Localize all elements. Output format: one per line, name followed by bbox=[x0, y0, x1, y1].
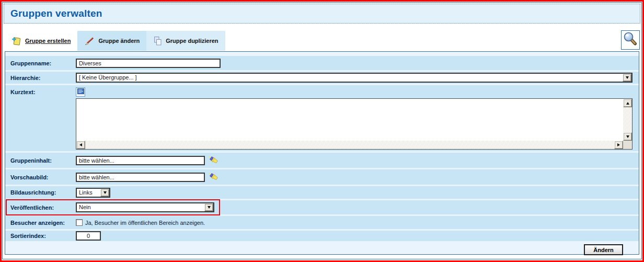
row-veroeffentlichen: Veröffentlichen: Nein bbox=[5, 200, 639, 214]
row-besucher-anzeigen: Besucher anzeigen: Ja, Besucher im öffen… bbox=[5, 216, 639, 229]
row-vorschaubild: Vorschaubild: bbox=[5, 169, 639, 185]
row-kurztext: Kurztext: bbox=[5, 85, 639, 151]
besucher-anzeigen-label: Besucher anzeigen: bbox=[5, 220, 76, 226]
edit-pencil-icon bbox=[84, 37, 95, 45]
hierarchie-select[interactable]: [ Keine Übergruppe... ] bbox=[76, 73, 632, 83]
search-button[interactable] bbox=[621, 30, 640, 50]
kurztext-textarea[interactable] bbox=[76, 98, 632, 150]
tab-bar: Gruppe erstellen Gruppe ändern bbox=[4, 31, 225, 51]
arrow-right-icon bbox=[617, 143, 620, 146]
chevron-down-icon bbox=[104, 191, 107, 194]
bildausrichtung-label: Bildausrichtung: bbox=[5, 189, 76, 196]
hierarchie-label: Hierarchie: bbox=[5, 75, 76, 81]
form-footer: Ändern bbox=[5, 243, 639, 255]
scroll-up-button[interactable] bbox=[623, 99, 632, 107]
editor-toggle-button[interactable] bbox=[76, 87, 85, 97]
arrow-up-icon bbox=[626, 102, 629, 105]
veroeffentlichen-label: Veröffentlichen: bbox=[5, 204, 76, 211]
tab-label: Gruppe ändern bbox=[98, 38, 140, 44]
horizontal-scrollbar[interactable] bbox=[76, 141, 623, 149]
besucher-anzeigen-checkbox[interactable] bbox=[76, 219, 83, 226]
chevron-down-icon bbox=[626, 76, 629, 79]
kurztext-field-area bbox=[76, 85, 632, 150]
arrow-down-icon bbox=[626, 135, 629, 138]
gruppenname-label: Gruppenname: bbox=[5, 60, 76, 66]
veroeffentlichen-selected-value: Nein bbox=[77, 203, 204, 211]
row-sortierindex: Sortierindex: bbox=[5, 231, 639, 241]
magnifier-icon bbox=[623, 31, 638, 49]
bildausrichtung-select[interactable]: Links bbox=[76, 188, 110, 198]
gruppeninhalt-input[interactable] bbox=[76, 156, 205, 165]
tab-gruppe-aendern[interactable]: Gruppe ändern bbox=[77, 31, 146, 51]
page-title: Gruppen verwalten bbox=[10, 8, 102, 19]
duplicate-pages-icon bbox=[153, 36, 162, 46]
dropdown-arrow-button[interactable] bbox=[204, 203, 213, 211]
browse-flashlight-icon[interactable] bbox=[208, 155, 220, 166]
scroll-left-button[interactable] bbox=[76, 141, 85, 149]
bildausrichtung-selected-value: Links bbox=[77, 189, 100, 197]
dropdown-arrow-button[interactable] bbox=[623, 74, 631, 82]
chevron-down-icon bbox=[208, 206, 211, 209]
browse-flashlight-icon[interactable] bbox=[208, 172, 220, 183]
row-bildausrichtung: Bildausrichtung: Links bbox=[5, 186, 639, 199]
page-title-bar: Gruppen verwalten bbox=[4, 4, 640, 24]
scroll-down-button[interactable] bbox=[623, 132, 632, 141]
scroll-right-button[interactable] bbox=[614, 141, 623, 149]
hierarchie-selected-value: [ Keine Übergruppe... ] bbox=[77, 74, 623, 82]
form-panel: Gruppenname: Hierarchie: [ Keine Übergru… bbox=[5, 51, 639, 255]
tab-gruppe-erstellen[interactable]: Gruppe erstellen bbox=[4, 31, 77, 51]
editor-toggle-icon bbox=[77, 87, 84, 97]
sortierindex-label: Sortierindex: bbox=[5, 233, 76, 239]
row-hierarchie: Hierarchie: [ Keine Übergruppe... ] bbox=[5, 72, 639, 84]
veroeffentlichen-select[interactable]: Nein bbox=[76, 202, 214, 212]
kurztext-label: Kurztext: bbox=[5, 85, 76, 95]
sortierindex-input[interactable] bbox=[76, 231, 101, 241]
screenshot-root: { "page": { "title": "Gruppen verwalten"… bbox=[0, 0, 644, 262]
vorschaubild-input[interactable] bbox=[76, 173, 205, 182]
tab-label: Gruppe duplizieren bbox=[166, 38, 218, 44]
dropdown-arrow-button[interactable] bbox=[100, 189, 109, 197]
besucher-anzeigen-checkbox-label: Ja, Besucher im öffentlichen Bereich anz… bbox=[85, 220, 205, 226]
page-frame: Gruppen verwalten Gruppe erstellen bbox=[2, 2, 642, 259]
arrow-left-icon bbox=[79, 143, 82, 146]
gruppeninhalt-label: Gruppeninhalt: bbox=[5, 157, 76, 164]
tab-label: Gruppe erstellen bbox=[25, 38, 71, 44]
vorschaubild-label: Vorschaubild: bbox=[5, 174, 76, 180]
scrollbar-corner bbox=[623, 141, 632, 149]
row-gruppenname: Gruppenname: bbox=[5, 56, 639, 70]
tab-gruppe-duplizieren[interactable]: Gruppe duplizieren bbox=[146, 31, 225, 51]
vertical-scrollbar[interactable] bbox=[623, 99, 632, 141]
gruppenname-input[interactable] bbox=[76, 59, 221, 68]
create-group-icon bbox=[11, 36, 21, 46]
row-gruppeninhalt: Gruppeninhalt: bbox=[5, 153, 639, 168]
aendern-submit-button[interactable]: Ändern bbox=[584, 244, 623, 255]
